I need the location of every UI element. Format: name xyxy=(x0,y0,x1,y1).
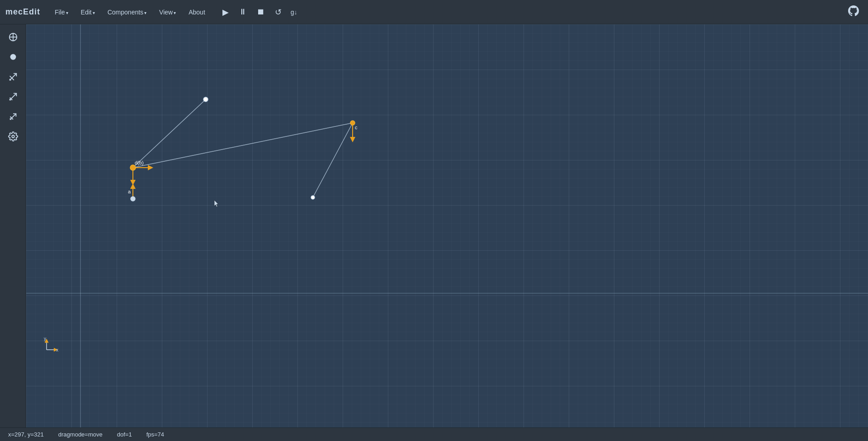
gravity-label: g↓ xyxy=(291,9,297,16)
status-coords: x=297, y=321 xyxy=(8,431,44,438)
svg-text:c: c xyxy=(355,125,358,130)
sidebar xyxy=(0,24,26,427)
pause-button[interactable]: ⏸ xyxy=(236,5,250,19)
main-area: d(b) c a x y xyxy=(0,24,868,427)
menu-about[interactable]: About xyxy=(182,6,212,19)
link-tool-1[interactable] xyxy=(5,69,21,85)
svg-point-25 xyxy=(350,121,355,125)
svg-point-23 xyxy=(130,165,136,170)
canvas-svg: d(b) c a x y xyxy=(26,24,868,427)
svg-line-17 xyxy=(313,123,353,197)
svg-rect-12 xyxy=(26,24,868,427)
menu-file[interactable]: File▾ xyxy=(48,6,75,19)
statusbar: x=297, y=321 dragmode=move dof=1 fps=74 xyxy=(0,427,868,441)
app-title: mecEdit xyxy=(5,7,40,17)
svg-text:d(b): d(b) xyxy=(135,160,144,165)
status-fps: fps=74 xyxy=(146,431,164,438)
stop-button[interactable]: ⏹ xyxy=(254,5,268,19)
svg-point-22 xyxy=(203,97,208,102)
github-icon[interactable] xyxy=(844,4,863,21)
origin-tool[interactable] xyxy=(5,29,21,45)
svg-text:y: y xyxy=(44,336,46,341)
menu-edit[interactable]: Edit▾ xyxy=(75,6,101,19)
svg-point-10 xyxy=(12,135,14,138)
menu-components[interactable]: Components▾ xyxy=(101,6,153,19)
cursor xyxy=(214,200,219,208)
play-button[interactable]: ▶ xyxy=(220,5,231,19)
constraint-tool[interactable] xyxy=(5,108,21,125)
svg-point-28 xyxy=(131,197,135,201)
svg-line-16 xyxy=(133,123,353,168)
svg-line-15 xyxy=(133,99,206,168)
menu-view[interactable]: View▾ xyxy=(153,6,182,19)
canvas-area[interactable]: d(b) c a x y xyxy=(26,24,868,427)
status-dragmode: dragmode=move xyxy=(58,431,103,438)
link-tool-2[interactable] xyxy=(5,89,21,105)
menubar: mecEdit File▾ Edit▾ Components▾ View▾ Ab… xyxy=(0,0,868,24)
svg-text:x: x xyxy=(56,347,58,352)
svg-line-8 xyxy=(10,114,16,120)
settings-tool[interactable] xyxy=(5,128,21,145)
svg-point-27 xyxy=(311,196,315,199)
toolbar-controls: ▶ ⏸ ⏹ ↺ g↓ xyxy=(220,5,297,19)
svg-point-3 xyxy=(10,54,16,60)
status-dof: dof=1 xyxy=(117,431,132,438)
svg-text:a: a xyxy=(128,189,131,194)
node-tool[interactable] xyxy=(5,49,21,65)
undo-button[interactable]: ↺ xyxy=(272,5,284,19)
